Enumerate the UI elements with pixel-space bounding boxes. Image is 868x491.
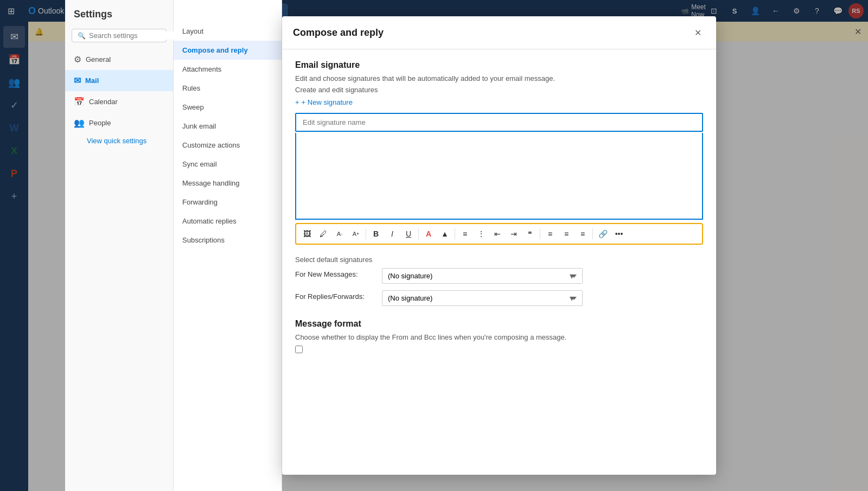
toolbar-image-button[interactable]: 🖼 (299, 226, 315, 241)
menu-item-sync[interactable]: Sync email (174, 155, 282, 174)
menu-item-forwarding[interactable]: Forwarding (174, 193, 282, 212)
mail-icon: ✉ (74, 75, 81, 86)
message-format-checkbox-row (295, 346, 703, 353)
toolbar-separator-5 (592, 228, 593, 239)
view-quick-settings-link[interactable]: View quick settings (65, 133, 173, 148)
new-signature-button[interactable]: + + New signature (295, 98, 703, 106)
menu-item-handling[interactable]: Message handling (174, 174, 282, 193)
toolbar-align-center-button[interactable]: ≡ (559, 226, 574, 241)
settings-search-box[interactable]: 🔍 (72, 29, 167, 42)
toolbar-align-left-button[interactable]: ≡ (542, 226, 558, 241)
toolbar-font-size-down-button[interactable]: A- (332, 226, 347, 241)
toolbar-bullets-button[interactable]: ≡ (457, 226, 473, 241)
toolbar-ordered-list-button[interactable]: ⋮ (474, 226, 489, 241)
replies-row: For Replies/Forwards: (No signature) ▾ (295, 290, 703, 306)
settings-nav-general[interactable]: ⚙ General (65, 49, 173, 70)
settings-title: Settings (65, 0, 173, 29)
dialog-header: Compose and reply ✕ (282, 16, 716, 49)
general-icon: ⚙ (74, 54, 81, 65)
toolbar-indent-left-button[interactable]: ⇤ (490, 226, 505, 241)
toolbar-font-color-button[interactable]: A (421, 226, 436, 241)
new-signature-label: + New signature (302, 98, 353, 106)
search-icon: 🔍 (78, 32, 86, 40)
menu-item-subscriptions[interactable]: Subscriptions (174, 231, 282, 250)
select-default-signatures-label: Select default signatures (295, 256, 703, 264)
dialog-title: Compose and reply (293, 27, 384, 39)
menu-item-autoreplies[interactable]: Automatic replies (174, 212, 282, 231)
settings-panel: Settings 🔍 ⚙ General ✉ Mail 📅 Calendar 👥… (65, 0, 174, 491)
menu-item-rules[interactable]: Rules (174, 79, 282, 98)
toolbar-format-button[interactable]: 🖊 (316, 226, 331, 241)
menu-item-compose[interactable]: Compose and reply (174, 41, 282, 60)
new-messages-label: For New Messages: (295, 270, 382, 278)
settings-nav-mail[interactable]: ✉ Mail (65, 70, 173, 91)
toolbar-quote-button[interactable]: ❝ (522, 226, 538, 241)
signature-editor[interactable] (295, 133, 703, 220)
toolbar-separator-1 (366, 228, 366, 239)
settings-nav-calendar[interactable]: 📅 Calendar (65, 91, 173, 112)
replies-label: For Replies/Forwards: (295, 292, 382, 301)
message-format-description: Choose whether to display the From and B… (295, 333, 703, 341)
toolbar-link-button[interactable]: 🔗 (595, 226, 610, 241)
signature-toolbar: 🖼 🖊 A- A+ B I U A ▲ ≡ ⋮ ⇤ ⇥ ❝ ≡ ≡ (295, 223, 703, 245)
message-format-checkbox[interactable] (295, 346, 303, 353)
toolbar-indent-right-button[interactable]: ⇥ (506, 226, 521, 241)
message-format-section: Message format Choose whether to display… (295, 319, 703, 353)
toolbar-separator-2 (418, 228, 419, 239)
create-edit-label: Create and edit signatures (295, 86, 703, 94)
toolbar-align-right-button[interactable]: ≡ (575, 226, 590, 241)
menu-item-sweep[interactable]: Sweep (174, 98, 282, 117)
toolbar-bold-button[interactable]: B (368, 226, 384, 241)
settings-menu: Layout Compose and reply Attachments Rul… (174, 0, 282, 491)
message-format-title: Message format (295, 319, 703, 329)
toolbar-italic-button[interactable]: I (385, 226, 400, 241)
toolbar-font-size-up-button[interactable]: A+ (348, 226, 363, 241)
plus-icon: + (295, 98, 299, 106)
toolbar-highlight-button[interactable]: ▲ (437, 226, 452, 241)
new-messages-select[interactable]: (No signature) (382, 268, 583, 284)
dialog-close-button[interactable]: ✕ (690, 25, 705, 40)
signature-name-input[interactable] (295, 113, 703, 132)
email-signature-section: Email signature Edit and choose signatur… (295, 60, 703, 245)
menu-item-attachments[interactable]: Attachments (174, 60, 282, 79)
calendar-icon: 📅 (74, 97, 85, 107)
toolbar-more-button[interactable]: ••• (611, 226, 627, 241)
dialog-body: Email signature Edit and choose signatur… (282, 49, 716, 475)
people-nav-icon: 👥 (74, 118, 85, 128)
close-icon: ✕ (694, 28, 701, 38)
menu-item-customize[interactable]: Customize actions (174, 136, 282, 155)
menu-item-junk[interactable]: Junk email (174, 117, 282, 136)
replies-select[interactable]: (No signature) (382, 290, 583, 306)
settings-search-input[interactable] (89, 31, 180, 40)
menu-item-layout[interactable]: Layout (174, 22, 282, 41)
settings-nav: ⚙ General ✉ Mail 📅 Calendar 👥 People Vie… (65, 49, 173, 148)
toolbar-separator-3 (455, 228, 455, 239)
new-messages-row: For New Messages: (No signature) ▾ (295, 268, 703, 284)
settings-nav-people[interactable]: 👥 People (65, 112, 173, 133)
toolbar-underline-button[interactable]: U (401, 226, 416, 241)
compose-reply-dialog: Compose and reply ✕ Email signature Edit… (282, 16, 716, 475)
email-signature-description: Edit and choose signatures that will be … (295, 74, 703, 82)
email-signature-title: Email signature (295, 60, 703, 70)
toolbar-separator-4 (540, 228, 540, 239)
default-signatures-section: Select default signatures For New Messag… (295, 256, 703, 306)
